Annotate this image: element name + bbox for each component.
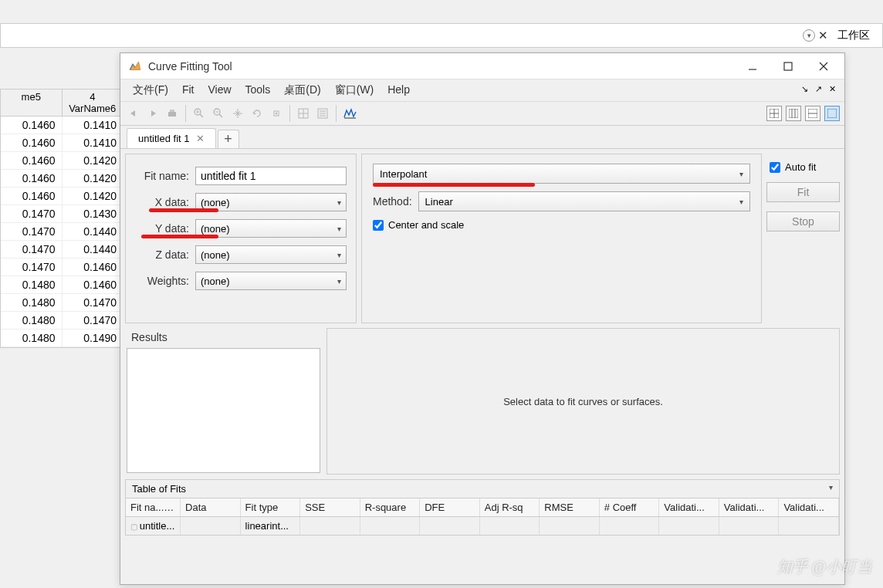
menu-desktop[interactable]: 桌面(D) bbox=[278, 80, 326, 100]
arrow-left-icon[interactable] bbox=[125, 105, 142, 122]
zdata-label: Z data: bbox=[135, 248, 195, 261]
bg-col-header-a: me5 bbox=[1, 90, 63, 116]
weights-select[interactable]: (none) bbox=[195, 272, 347, 290]
fits-header-cell[interactable]: R-square bbox=[360, 498, 421, 516]
method-select[interactable]: Linear bbox=[418, 191, 750, 211]
fits-header-cell[interactable]: Data bbox=[181, 498, 241, 516]
toolbar bbox=[120, 101, 844, 126]
table-of-fits-panel: Table of Fits ▾ Fit na... ▲DataFit typeS… bbox=[125, 479, 840, 536]
results-title: Results bbox=[125, 328, 322, 346]
svg-line-11 bbox=[219, 114, 222, 117]
layout-3-icon[interactable] bbox=[805, 106, 820, 121]
fits-header-cell[interactable]: Fit na... ▲ bbox=[126, 498, 181, 516]
zoom-in-icon[interactable] bbox=[191, 105, 208, 122]
maximize-button[interactable] bbox=[770, 54, 806, 79]
menu-tools[interactable]: Tools bbox=[239, 80, 277, 100]
fits-row-cell[interactable] bbox=[480, 517, 540, 535]
fits-row-cell[interactable]: untitle... bbox=[126, 517, 181, 535]
method-label: Method: bbox=[373, 195, 412, 208]
tab-close-icon[interactable]: ✕ bbox=[196, 133, 205, 144]
fits-header-cell[interactable]: # Coeff bbox=[600, 498, 660, 516]
fits-row-cell[interactable] bbox=[300, 517, 360, 535]
fit-button[interactable]: Fit bbox=[766, 182, 840, 202]
fits-header-cell[interactable]: Fit type bbox=[241, 498, 301, 516]
fit-tabs: untitled fit 1 ✕ + bbox=[120, 126, 844, 149]
collapse-icon[interactable]: ▾ bbox=[829, 483, 833, 495]
zdata-select[interactable]: (none) bbox=[195, 245, 347, 264]
results-panel: Results bbox=[125, 328, 322, 475]
menu-fit[interactable]: Fit bbox=[176, 80, 201, 100]
fitname-input[interactable] bbox=[195, 167, 347, 185]
fits-header-cell[interactable]: RMSE bbox=[540, 498, 600, 516]
bg-col-header-b: 4VarName6 bbox=[63, 90, 123, 116]
autofit-checkbox[interactable] bbox=[770, 162, 780, 173]
fits-row-cell[interactable] bbox=[540, 517, 600, 535]
fits-header-cell[interactable]: Validati... bbox=[659, 498, 719, 516]
fits-row-cell[interactable] bbox=[181, 517, 241, 535]
plot-placeholder: Select data to fit curves or surfaces. bbox=[503, 396, 663, 407]
app-icon bbox=[128, 59, 142, 73]
fits-header-cell[interactable]: SSE bbox=[300, 498, 360, 516]
menu-window[interactable]: 窗口(W) bbox=[329, 80, 381, 100]
weights-label: Weights: bbox=[135, 275, 195, 287]
menu-view[interactable]: View bbox=[201, 80, 237, 100]
menu-file[interactable]: 文件(F) bbox=[127, 80, 174, 100]
plot-panel: Select data to fit curves or surfaces. bbox=[326, 328, 840, 475]
stop-button[interactable]: Stop bbox=[766, 211, 840, 231]
fits-header-cell[interactable]: Validati... bbox=[779, 498, 839, 516]
annotation-mark bbox=[373, 183, 535, 187]
zoom-out-icon[interactable] bbox=[210, 105, 227, 122]
xdata-label: X data: bbox=[135, 196, 195, 208]
fitname-label: Fit name: bbox=[135, 170, 195, 182]
rotate-icon[interactable] bbox=[249, 105, 266, 122]
workspace-label: 工作区 bbox=[837, 29, 870, 42]
center-scale-checkbox[interactable] bbox=[373, 220, 384, 231]
titlebar[interactable]: Curve Fitting Tool bbox=[120, 53, 844, 79]
print-icon[interactable] bbox=[164, 105, 181, 122]
ydata-label: Y data: bbox=[135, 222, 195, 235]
close-panel-icon[interactable]: ✕ bbox=[818, 29, 828, 42]
fits-header-cell[interactable]: DFE bbox=[420, 498, 480, 516]
residuals-icon[interactable] bbox=[341, 105, 358, 122]
minimize-button[interactable] bbox=[735, 54, 770, 79]
layout-4-icon[interactable] bbox=[824, 106, 840, 121]
layout-1-icon[interactable] bbox=[766, 106, 782, 121]
layout-2-icon[interactable] bbox=[786, 106, 801, 121]
arrow-right-icon[interactable] bbox=[144, 105, 161, 122]
fits-row-cell[interactable] bbox=[719, 517, 780, 535]
dropdown-circle-icon[interactable]: ▾ bbox=[803, 29, 815, 42]
parent-toolbar: ▾ ✕ 工作区 bbox=[0, 23, 883, 48]
fits-row-cell[interactable] bbox=[600, 517, 660, 535]
pan-icon[interactable] bbox=[229, 105, 246, 122]
fits-header-cell[interactable]: Validati... bbox=[719, 498, 780, 516]
dock-down-icon[interactable]: ↘ bbox=[798, 84, 810, 96]
tab-untitled-fit[interactable]: untitled fit 1 ✕ bbox=[127, 128, 216, 148]
fit-type-select[interactable]: Interpolant bbox=[373, 164, 750, 184]
menu-help[interactable]: Help bbox=[381, 80, 416, 100]
fits-row-cell[interactable] bbox=[659, 517, 719, 535]
results-content bbox=[127, 348, 320, 473]
data-cursor-icon[interactable] bbox=[268, 105, 285, 122]
svg-rect-4 bbox=[168, 112, 176, 117]
fits-row-cell[interactable] bbox=[779, 517, 839, 535]
annotation-mark bbox=[141, 235, 218, 238]
legend-icon[interactable] bbox=[314, 105, 331, 122]
svg-line-7 bbox=[200, 114, 203, 117]
fits-row-cell[interactable] bbox=[420, 517, 480, 535]
fits-row-cell[interactable]: linearint... bbox=[241, 517, 301, 535]
svg-rect-26 bbox=[789, 109, 798, 118]
grid-icon[interactable] bbox=[295, 105, 312, 122]
undock-icon[interactable]: ↗ bbox=[812, 84, 824, 96]
fits-header-cell[interactable]: Adj R-sq bbox=[480, 498, 540, 516]
method-config-panel: Interpolant Method: Linear Center and sc… bbox=[361, 154, 762, 323]
fits-row-cell[interactable] bbox=[360, 517, 421, 535]
tab-add-button[interactable]: + bbox=[218, 130, 239, 148]
svg-rect-1 bbox=[784, 63, 792, 70]
autofit-label: Auto fit bbox=[785, 161, 816, 173]
window-title: Curve Fitting Tool bbox=[148, 60, 735, 73]
close-doc-icon[interactable]: ✕ bbox=[826, 84, 838, 96]
close-button[interactable] bbox=[806, 54, 841, 79]
curve-fitting-window: Curve Fitting Tool 文件(F) Fit View Tools … bbox=[120, 52, 845, 585]
svg-rect-31 bbox=[827, 109, 837, 118]
annotation-mark bbox=[149, 208, 218, 212]
